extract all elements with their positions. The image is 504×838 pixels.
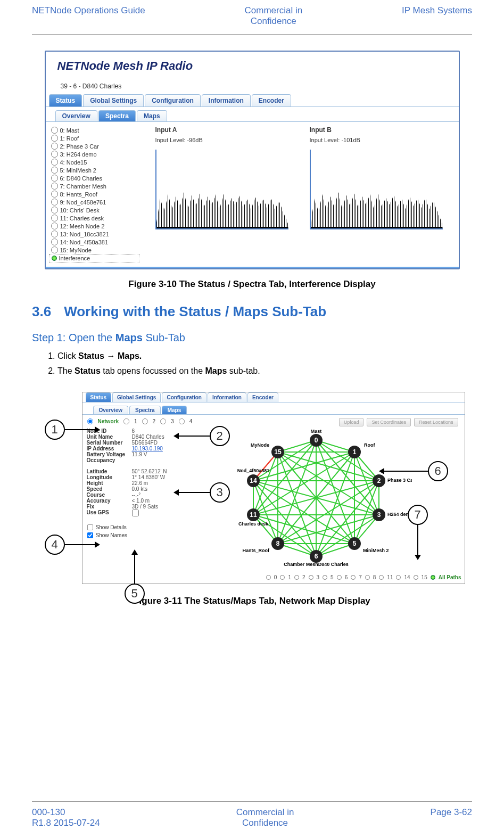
callout-6: 6 — [428, 461, 448, 481]
arrow-icon — [95, 541, 100, 548]
ip-link[interactable]: 10.193.0.190 — [132, 446, 163, 451]
tab-information[interactable]: Information — [202, 94, 251, 106]
arrow-icon: → — [106, 351, 115, 360]
path-radio[interactable] — [379, 575, 384, 580]
upload-button[interactable]: Upload — [339, 418, 364, 426]
mesh-node[interactable]: 1Roof — [348, 442, 375, 458]
kv-row: Fix3D / 9 Sats — [87, 504, 172, 510]
node-radio[interactable] — [51, 143, 58, 150]
set-coordinates-button[interactable]: Set Coordinates — [367, 418, 411, 426]
svg-text:11: 11 — [250, 511, 257, 519]
node-row[interactable]: 14: Nod_4f50a381 — [49, 238, 139, 246]
opt-radio[interactable] — [160, 418, 166, 424]
path-radio[interactable] — [323, 575, 327, 580]
node-radio[interactable] — [51, 231, 58, 237]
node-row[interactable]: 10: Chris' Desk — [49, 206, 139, 214]
callout-line — [65, 544, 95, 545]
node-radio[interactable] — [51, 151, 58, 158]
path-radio[interactable] — [365, 575, 370, 580]
node-row[interactable]: 0: Mast — [49, 126, 139, 134]
subtab-spectra[interactable]: Spectra — [98, 110, 136, 121]
subtab-overview[interactable]: Overview — [55, 110, 97, 121]
spectra-screenshot: NETNode Mesh IP Radio 39 - 6 - D840 Char… — [45, 51, 460, 269]
show-details-checkbox[interactable] — [87, 524, 93, 530]
node-row[interactable]: 12: Mesh Node 2 — [49, 222, 139, 230]
node-row[interactable]: 2: Phase 3 Car — [49, 142, 139, 150]
opt-radio[interactable] — [123, 418, 129, 424]
network-radio[interactable] — [87, 418, 93, 424]
tab-config[interactable]: Configuration — [145, 94, 201, 106]
mesh-node[interactable]: 0Mast — [310, 429, 323, 447]
node-row[interactable]: 7: Chamber Mesh — [49, 182, 139, 190]
node-radio[interactable] — [51, 207, 58, 213]
tab-global[interactable]: Global Settings — [112, 392, 161, 402]
path-radio-all[interactable] — [431, 575, 435, 580]
mesh-node[interactable]: 5MiniMesh 2 — [348, 537, 389, 553]
show-details-row[interactable]: Show Details — [87, 524, 172, 531]
callout-line — [179, 436, 210, 437]
mesh-node[interactable]: 6Chamber MeshD840 Charles — [284, 550, 349, 567]
node-row[interactable]: 9: Nod_c458e761 — [49, 198, 139, 206]
svg-line-23 — [278, 452, 379, 481]
mesh-node[interactable]: 8Hants_Roof — [242, 537, 284, 553]
path-radio[interactable] — [266, 575, 271, 580]
node-radio[interactable] — [51, 247, 58, 253]
svg-text:3: 3 — [377, 511, 381, 519]
interference-row[interactable]: Interference — [49, 254, 139, 262]
path-radio[interactable] — [280, 575, 285, 580]
node-row[interactable]: 4: Node15 — [49, 158, 139, 166]
node-radio[interactable] — [51, 239, 58, 245]
node-row[interactable]: 13: Nod_18cc3821 — [49, 230, 139, 238]
node-radio[interactable] — [51, 167, 58, 174]
input-b-col: Input B Input Level: -101dB — [310, 126, 448, 262]
node-radio[interactable] — [51, 215, 58, 221]
mesh-node[interactable]: 2Phase 3 Car — [373, 474, 412, 487]
path-radio[interactable] — [396, 575, 401, 580]
subtab-maps[interactable]: Maps — [162, 406, 187, 414]
svg-text:Roof: Roof — [364, 442, 375, 448]
use-gps-checkbox[interactable] — [132, 510, 139, 516]
tab-encoder[interactable]: Encoder — [247, 392, 278, 402]
tab-status[interactable]: Status — [86, 392, 112, 402]
node-row[interactable]: 6: D840 Charles — [49, 174, 139, 182]
path-radio[interactable] — [414, 575, 418, 580]
node-radio[interactable] — [51, 183, 58, 190]
node-radio[interactable] — [51, 199, 58, 206]
maps-screenshot: Status Global Settings Configuration Inf… — [82, 392, 465, 584]
node-radio[interactable] — [51, 127, 58, 134]
node-row[interactable]: 1: Roof — [49, 134, 139, 142]
reset-locations-button[interactable]: Reset Locations — [414, 418, 458, 426]
node-row[interactable]: 15: MyNode — [49, 246, 139, 254]
mesh-node[interactable]: 3H264 demo — [373, 508, 412, 521]
subtab-spectra[interactable]: Spectra — [129, 406, 161, 414]
show-names-row[interactable]: Show Names — [87, 532, 172, 539]
path-radio[interactable] — [309, 575, 313, 580]
path-radio[interactable] — [337, 575, 342, 580]
node-radio[interactable] — [51, 223, 58, 229]
kv-row: Unit NameD840 Charles — [87, 434, 172, 440]
mesh-node[interactable]: 15MyNode — [250, 442, 284, 458]
tab-encoder[interactable]: Encoder — [252, 94, 291, 106]
opt-radio[interactable] — [142, 418, 147, 424]
path-radio[interactable] — [294, 575, 299, 580]
node-row[interactable]: 8: Hants_Roof — [49, 190, 139, 198]
tab-global[interactable]: Global Settings — [83, 94, 144, 106]
tab-config[interactable]: Configuration — [162, 392, 206, 402]
tab-status[interactable]: Status — [49, 94, 82, 106]
subtab-overview[interactable]: Overview — [93, 406, 128, 414]
subtab-maps[interactable]: Maps — [137, 110, 167, 121]
spectrum-chart-b — [310, 150, 443, 229]
path-radio[interactable] — [351, 575, 356, 580]
callout-line — [417, 525, 418, 555]
node-radio[interactable] — [51, 191, 58, 198]
node-radio[interactable] — [51, 159, 58, 166]
node-row[interactable]: 3: H264 demo — [49, 150, 139, 158]
node-radio[interactable] — [51, 135, 58, 142]
kv-row: Battery Voltage11.9 V — [87, 451, 172, 457]
tab-information[interactable]: Information — [208, 392, 246, 402]
show-names-checkbox[interactable] — [87, 532, 93, 538]
node-radio[interactable] — [51, 175, 58, 182]
node-row[interactable]: 5: MiniMesh 2 — [49, 166, 139, 174]
node-row[interactable]: 11: Charles desk — [49, 214, 139, 222]
network-radio-row: Network 1 2 3 4 — [87, 418, 172, 425]
